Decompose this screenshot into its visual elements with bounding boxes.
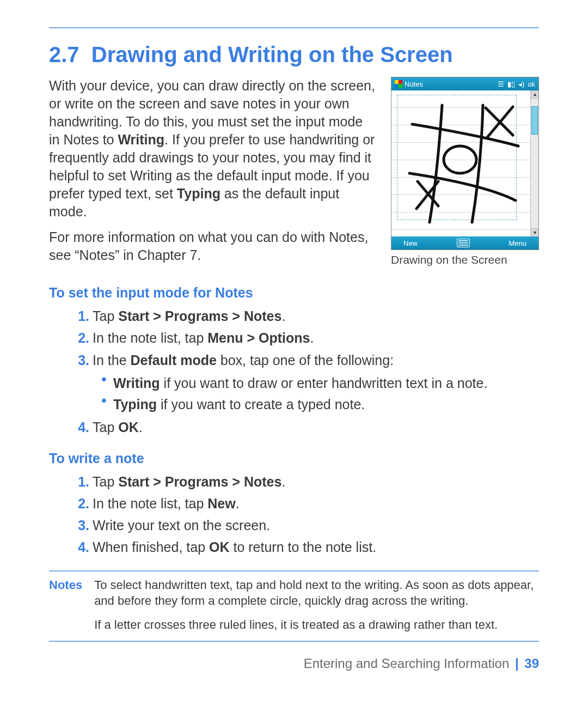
intro-text: With your device, you can draw directly … <box>49 77 376 272</box>
scroll-up-icon: ▴ <box>531 90 538 99</box>
softkey-menu: Menu <box>509 239 526 247</box>
manual-page: 2.7 Drawing and Writing on the Screen Wi… <box>0 0 588 723</box>
tic-tac-toe-drawing <box>396 92 526 233</box>
step: Write your text on the screen. <box>93 515 539 535</box>
device-body: ▴ ▾ <box>391 90 538 236</box>
notes-label: Notes <box>49 577 82 633</box>
bullet: Typing if you want to create a typed not… <box>113 394 539 414</box>
footer-separator: | <box>515 656 519 671</box>
scroll-track <box>531 99 538 228</box>
figure-caption: Drawing on the Screen <box>391 253 539 266</box>
notes-block: Notes To select handwritten text, tap an… <box>49 570 539 642</box>
intro-paragraph-2: For more information on what you can do … <box>49 228 376 264</box>
sub-bullets: Writing if you want to draw or enter han… <box>93 373 539 415</box>
softkey-new: New <box>403 239 418 247</box>
step: When finished, tap OK to return to the n… <box>93 537 539 557</box>
notes-paragraph: To select handwritten text, tap and hold… <box>94 577 539 609</box>
notes-body: To select handwritten text, tap and hold… <box>94 577 539 633</box>
footer-page-number: 39 <box>524 656 539 671</box>
svg-point-0 <box>444 146 476 173</box>
bullet: Writing if you want to draw or enter han… <box>113 373 539 393</box>
step: In the Default mode box, tap one of the … <box>93 350 539 415</box>
section-number: 2.7 <box>49 42 79 66</box>
procedure-steps: Tap Start > Programs > Notes. In the not… <box>49 472 539 557</box>
step: Tap Start > Programs > Notes. <box>93 306 539 326</box>
section-title: 2.7 Drawing and Writing on the Screen <box>49 42 539 67</box>
keyboard-icon <box>457 239 470 247</box>
intro-paragraph-1: With your device, you can draw directly … <box>49 77 376 221</box>
page-footer: Entering and Searching Information | 39 <box>49 656 539 671</box>
top-rule <box>49 27 539 28</box>
scroll-down-icon: ▾ <box>531 228 538 236</box>
device-bottombar: New Menu <box>391 236 538 250</box>
section-title-text: Drawing and Writing on the Screen <box>91 42 453 66</box>
figure: Notes ☰ ▮▯ ◂) ok <box>391 77 539 272</box>
speaker-icon: ◂) <box>518 80 524 88</box>
app-title: Notes <box>405 80 423 88</box>
step: In the note list, tap Menu > Options. <box>93 328 539 348</box>
footer-chapter: Entering and Searching Information <box>304 656 510 671</box>
device-titlebar: Notes ☰ ▮▯ ◂) ok <box>391 77 538 90</box>
status-icon: ☰ <box>498 80 504 88</box>
procedure-heading: To set the input mode for Notes <box>49 285 539 301</box>
device-screenshot: Notes ☰ ▮▯ ◂) ok <box>391 77 539 250</box>
procedure-heading: To write a note <box>49 451 539 466</box>
note-canvas <box>391 90 530 236</box>
ok-button: ok <box>528 80 535 88</box>
scrollbar: ▴ ▾ <box>530 90 538 236</box>
step: Tap OK. <box>93 417 539 437</box>
procedure-steps: Tap Start > Programs > Notes. In the not… <box>49 306 539 438</box>
step: Tap Start > Programs > Notes. <box>93 472 539 491</box>
signal-icon: ▮▯ <box>507 80 515 88</box>
scroll-thumb <box>531 106 538 135</box>
notes-paragraph: If a letter crosses three ruled lines, i… <box>94 617 539 633</box>
step: In the note list, tap New. <box>93 494 539 513</box>
windows-flag-icon <box>395 80 402 88</box>
status-icons: ☰ ▮▯ ◂) ok <box>498 80 535 88</box>
intro-row: With your device, you can draw directly … <box>49 77 539 272</box>
